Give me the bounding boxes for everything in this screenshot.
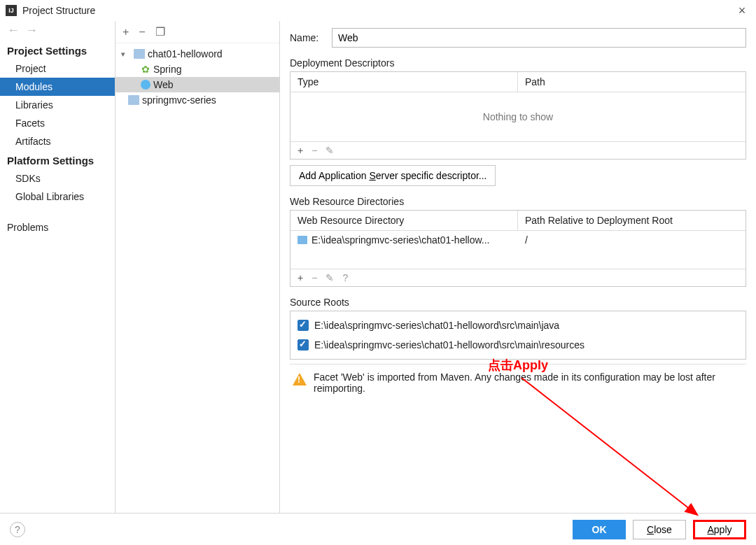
window-title: Project Structure	[22, 5, 95, 16]
remove-icon: −	[312, 145, 317, 156]
edit-icon: ✎	[326, 145, 334, 156]
tree-label: Web	[153, 79, 174, 90]
add-icon[interactable]: +	[298, 145, 303, 156]
sidebar-item-sdks[interactable]: SDKs	[0, 169, 115, 187]
folder-icon	[298, 236, 307, 244]
sidebar-item-project[interactable]: Project	[0, 59, 115, 78]
cell-path: E:\idea\springmvc-series\chat01-hellow..…	[312, 234, 489, 246]
module-tree: ▾ chat01-helloword ✿ Spring Web springmv…	[115, 43, 279, 111]
remove-icon: −	[312, 272, 317, 283]
sidebar-item-modules[interactable]: Modules	[0, 78, 115, 96]
source-roots-label: Source Roots	[290, 297, 746, 308]
folder-icon	[128, 95, 139, 105]
source-root-path: E:\idea\springmvc-series\chat01-hellowor…	[314, 339, 584, 351]
tree-node-spring[interactable]: ✿ Spring	[115, 62, 279, 77]
add-app-server-descriptor-button[interactable]: Add Application Server specific descript…	[290, 165, 496, 186]
sidebar: ← → Project Settings Project Modules Lib…	[0, 21, 115, 513]
copy-icon[interactable]: ❐	[155, 25, 165, 38]
warning-icon	[293, 373, 307, 385]
web-icon	[141, 80, 150, 90]
sidebar-item-artifacts[interactable]: Artifacts	[0, 132, 115, 150]
spring-icon: ✿	[141, 64, 150, 74]
col-type: Type	[290, 72, 518, 92]
deployment-descriptors-label: Deployment Descriptors	[290, 57, 746, 69]
web-resource-dirs-table: Web Resource Directory Path Relative to …	[290, 210, 746, 287]
sidebar-item-global-libraries[interactable]: Global Libraries	[0, 187, 115, 206]
col-path: Path	[518, 72, 746, 92]
tree-node-web[interactable]: Web	[115, 77, 279, 92]
help-icon[interactable]: ?	[10, 522, 25, 537]
table-row[interactable]: E:\idea\springmvc-series\chat01-hellow..…	[290, 231, 746, 249]
app-icon: IJ	[6, 5, 17, 16]
dialog-footer: ? OK Close Apply	[0, 513, 756, 545]
remove-icon[interactable]: −	[139, 26, 145, 38]
sidebar-item-libraries[interactable]: Libraries	[0, 96, 115, 114]
chevron-down-icon[interactable]: ▾	[121, 50, 131, 59]
warning-banner: Facet 'Web' is imported from Maven. Any …	[290, 364, 746, 394]
sidebar-item-problems[interactable]: Problems	[0, 218, 115, 236]
facet-form: Name: Deployment Descriptors Type Path N…	[280, 21, 756, 513]
help-icon[interactable]: ?	[342, 272, 348, 283]
tree-node-springmvc-series[interactable]: springmvc-series	[115, 92, 279, 108]
empty-text: Nothing to show	[290, 92, 746, 141]
source-root-row[interactable]: E:\idea\springmvc-series\chat01-hellowor…	[298, 316, 738, 335]
tree-label: springmvc-series	[142, 94, 216, 106]
warning-text: Facet 'Web' is imported from Maven. Any …	[314, 371, 743, 394]
module-tree-panel: + − ❐ ▾ chat01-helloword ✿ Spring Web sp…	[115, 21, 280, 513]
deployment-descriptors-table: Type Path Nothing to show + − ✎	[290, 71, 746, 160]
close-button[interactable]: Close	[633, 520, 686, 539]
col-path-relative: Path Relative to Deployment Root	[518, 211, 746, 230]
source-root-row[interactable]: E:\idea\springmvc-series\chat01-hellowor…	[298, 335, 738, 355]
forward-icon[interactable]: →	[25, 25, 36, 36]
checkbox-icon[interactable]	[298, 339, 309, 351]
sidebar-item-facets[interactable]: Facets	[0, 114, 115, 132]
source-roots-box: E:\idea\springmvc-series\chat01-hellowor…	[290, 311, 746, 360]
tree-node-chat01[interactable]: ▾ chat01-helloword	[115, 46, 279, 62]
edit-icon: ✎	[326, 272, 334, 283]
tree-label: Spring	[153, 64, 181, 75]
folder-icon	[134, 49, 145, 59]
checkbox-icon[interactable]	[298, 320, 309, 331]
close-icon[interactable]: ×	[734, 3, 750, 18]
section-project-settings: Project Settings	[0, 41, 115, 59]
tree-toolbar: + − ❐	[115, 21, 279, 43]
add-icon[interactable]: +	[122, 26, 129, 38]
ok-button[interactable]: OK	[573, 520, 626, 539]
back-icon[interactable]: ←	[7, 25, 18, 36]
add-icon[interactable]: +	[298, 272, 303, 283]
web-resource-dirs-label: Web Resource Directories	[290, 196, 746, 207]
name-input[interactable]	[332, 28, 746, 48]
nav-arrows: ← →	[0, 21, 115, 41]
source-root-path: E:\idea\springmvc-series\chat01-hellowor…	[314, 320, 559, 331]
apply-button[interactable]: Apply	[693, 520, 746, 539]
col-web-resource-dir: Web Resource Directory	[290, 211, 518, 230]
name-label: Name:	[290, 32, 332, 43]
tree-label: chat01-helloword	[148, 48, 223, 59]
section-platform-settings: Platform Settings	[0, 150, 115, 169]
titlebar: IJ Project Structure ×	[0, 0, 756, 21]
cell-relative: /	[525, 234, 738, 246]
